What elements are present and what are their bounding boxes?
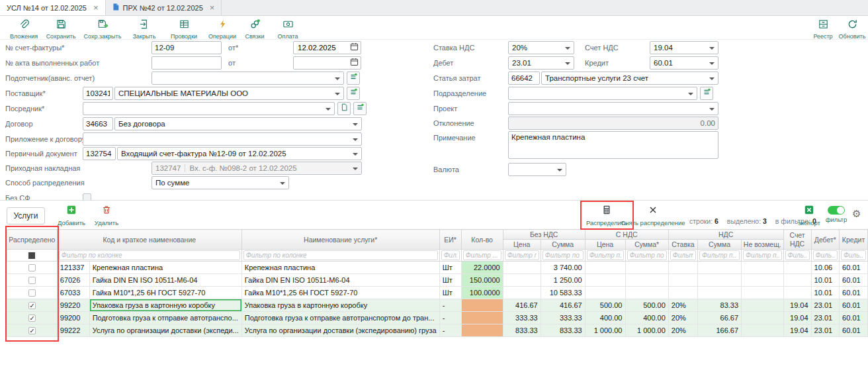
row-checkbox[interactable] xyxy=(28,277,36,284)
cell-qty[interactable] xyxy=(461,324,503,337)
cell-sum-net[interactable]: 416.67 xyxy=(541,299,585,312)
cell-credit[interactable]: 60.01 xyxy=(840,287,868,299)
cell-credit[interactable]: 60.01 xyxy=(840,312,868,324)
contract-annex-select[interactable] xyxy=(83,132,362,146)
cell-vat-sum[interactable] xyxy=(698,274,742,287)
cell-name[interactable]: Упаковка груза в картонную коробку xyxy=(89,299,241,312)
cell-qty[interactable]: 150.0000 xyxy=(461,274,503,287)
cell-price-net[interactable]: 416.67 xyxy=(503,299,541,312)
vat-account-select[interactable]: 19.04 xyxy=(650,41,718,54)
cell-price-gross[interactable]: 1 000.00 xyxy=(585,324,625,337)
cell-vat-sum[interactable]: 166.67 xyxy=(698,324,742,337)
row-checkbox[interactable] xyxy=(28,327,36,334)
save-close-button[interactable]: Сохр.закрыть xyxy=(81,19,124,40)
cell-name[interactable]: Подготовка груза к отправке автотранспо.… xyxy=(89,312,241,324)
cell-name[interactable]: Гайка DIN EN ISO 10511-М6-04 xyxy=(89,274,241,287)
cell-price-gross[interactable] xyxy=(585,274,625,287)
cell-sum-gross[interactable] xyxy=(625,287,668,299)
vat-rate-select[interactable]: 20% xyxy=(508,41,574,54)
cell-price-net[interactable] xyxy=(503,287,541,299)
cell-sum-gross[interactable] xyxy=(625,262,668,274)
cell-non-reimb[interactable] xyxy=(742,274,783,287)
tab-close-icon[interactable]: × xyxy=(93,3,99,12)
cell-code[interactable]: 99220 xyxy=(57,299,89,312)
cell-vat-sum[interactable]: 66.67 xyxy=(698,312,742,324)
links-button[interactable]: Связки xyxy=(238,19,271,40)
col-header-unit[interactable]: ЕИ* xyxy=(439,230,461,250)
cell-non-reimb[interactable] xyxy=(742,324,783,337)
cell-service[interactable]: Подготовка груза к отправке автотранспор… xyxy=(241,312,439,324)
row-checkbox[interactable] xyxy=(28,315,36,322)
table-row[interactable]: 67026 Гайка DIN EN ISO 10511-М6-04 Гайка… xyxy=(7,274,868,287)
gear-icon[interactable]: ⚙ xyxy=(852,209,861,218)
supplier-select[interactable]: СПЕЦИАЛЬНЫЕ МАТЕРИАЛЫ ООО xyxy=(114,87,344,100)
intermediary-list-button[interactable] xyxy=(353,102,367,115)
cell-code[interactable]: 99200 xyxy=(57,312,89,324)
cell-credit[interactable]: 60.01 xyxy=(840,274,868,287)
operations-button[interactable]: Операции xyxy=(202,19,242,40)
act-date-field[interactable] xyxy=(293,56,361,70)
invoice-number-input[interactable] xyxy=(152,41,222,54)
filter-toggle[interactable]: фильтр xyxy=(823,205,849,223)
cell-vat-account[interactable]: 19.04 xyxy=(783,324,811,337)
delete-row-button[interactable]: Удалить xyxy=(90,205,123,226)
col-header-service-name[interactable]: Наименование услуги* xyxy=(241,230,439,250)
cell-qty[interactable]: 100.0000 xyxy=(461,287,503,299)
cell-name[interactable]: Крепежная пластина xyxy=(89,262,241,274)
col-header-qty[interactable]: Кол-во xyxy=(461,230,503,250)
cell-sum-net[interactable]: 1 250.00 xyxy=(541,274,585,287)
primary-document-select[interactable]: Входящий счет-фактура №12-09 от 12.02.20… xyxy=(117,147,362,160)
tab-usl-document[interactable]: УСЛ №14 от 12.02.2025 × xyxy=(0,0,106,15)
cell-code[interactable]: 121337 xyxy=(57,262,89,274)
filter-credit-input[interactable] xyxy=(841,250,866,260)
act-number-input[interactable] xyxy=(152,56,222,70)
cell-vat-account[interactable] xyxy=(783,274,811,287)
cell-non-reimb[interactable] xyxy=(742,262,783,274)
primary-document-code-input[interactable] xyxy=(83,147,116,160)
cell-vat-account[interactable]: 19.04 xyxy=(783,312,811,324)
cell-service[interactable]: Гайка DIN EN ISO 10511-М6-04 xyxy=(241,274,439,287)
filter-service-input[interactable] xyxy=(243,250,438,260)
cell-unit[interactable]: - xyxy=(439,299,461,312)
cell-debit[interactable]: 10.01 xyxy=(811,274,839,287)
col-header-debit[interactable]: Дебет* xyxy=(811,230,839,250)
cell-credit[interactable]: 60.01 xyxy=(840,299,868,312)
postings-button[interactable]: Проводки xyxy=(164,19,204,40)
table-row[interactable]: 99200 Подготовка груза к отправке автотр… xyxy=(7,312,868,324)
cell-price-net[interactable] xyxy=(503,262,541,274)
cell-sum-gross[interactable]: 1 000.00 xyxy=(625,324,668,337)
cell-sum-gross[interactable]: 500.00 xyxy=(625,299,668,312)
cell-unit[interactable]: - xyxy=(439,312,461,324)
contract-code-input[interactable] xyxy=(83,117,113,130)
filter-code-input[interactable] xyxy=(59,250,240,260)
cell-vat-rate[interactable]: 20% xyxy=(668,324,697,337)
row-checkbox[interactable] xyxy=(28,302,36,309)
cost-item-select[interactable]: Транспортные услуги 23 счет xyxy=(541,72,718,85)
cell-unit[interactable]: Шт xyxy=(439,287,461,299)
department-select[interactable] xyxy=(508,87,697,100)
cell-sum-net[interactable]: 10 583.33 xyxy=(541,287,585,299)
distribution-method-select[interactable]: По сумме xyxy=(152,176,289,189)
contract-select[interactable]: Без договора xyxy=(114,117,362,130)
credit-select[interactable]: 60.01 xyxy=(650,56,718,70)
project-select[interactable] xyxy=(508,102,718,115)
registry-button[interactable]: Реестр xyxy=(808,19,838,40)
cell-name[interactable]: Услуга по организации доставки (экспеди.… xyxy=(89,324,241,337)
filter-debit-input[interactable] xyxy=(813,250,838,260)
filter-qty-input[interactable] xyxy=(463,250,501,260)
accountable-list-button[interactable] xyxy=(347,72,360,85)
col-header-sum-gross[interactable]: Сумма* xyxy=(625,240,668,250)
cell-vat-account[interactable]: 19.04 xyxy=(783,299,811,312)
cell-code[interactable]: 67033 xyxy=(57,287,89,299)
supplier-list-button[interactable] xyxy=(347,87,360,100)
col-header-vat-account[interactable]: Счет НДС xyxy=(783,230,811,250)
col-header-price-gross[interactable]: Цена xyxy=(585,240,625,250)
refresh-button[interactable]: Обновить xyxy=(838,19,867,40)
undistribute-button[interactable]: Снять распределение xyxy=(621,205,685,226)
cell-sum-gross[interactable] xyxy=(625,274,668,287)
close-button[interactable]: Закрыть xyxy=(124,19,164,40)
save-button[interactable]: Сохранить xyxy=(41,19,81,40)
cell-service[interactable]: Услуга по организации доставки (экспедир… xyxy=(241,324,439,337)
cell-vat-rate[interactable] xyxy=(668,274,697,287)
cell-non-reimb[interactable] xyxy=(742,312,783,324)
